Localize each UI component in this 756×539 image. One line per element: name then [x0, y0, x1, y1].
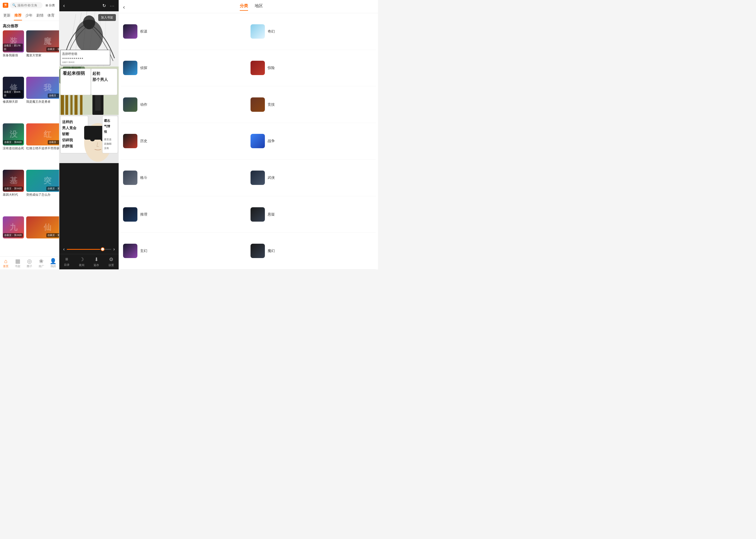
- right-header-tabs: 分类 地区: [129, 3, 374, 11]
- manga-grid: 装 连载至：第178回 装备我最强 魔 连载至：第412回 魔皇大管家 修 连载…: [0, 30, 59, 257]
- manga-card-8[interactable]: 突 连载至：第131回 突然成仙了怎么办: [26, 170, 59, 214]
- manga-thumb-6: 红 连载至：第95回: [26, 123, 59, 145]
- reader-more-button[interactable]: ···: [110, 4, 115, 8]
- tab-drama[interactable]: 剧情: [36, 12, 44, 21]
- manga-thumb-4: 我 连载至：第37回: [26, 77, 59, 99]
- category-item-mohuan[interactable]: 魔幻: [248, 233, 376, 270]
- bottom-nav: ⌂ 首页 ▦ 书架 ◎ 圈子 ❀ 推广 👤 我的: [0, 257, 59, 270]
- manga-card-3[interactable]: 修 连载至：第605回 修真聊天群: [3, 77, 24, 121]
- reader-page-1: 吾辞呼世萌 ★★★★★★★★★★★ 连载中·第89回 加入书架: [59, 11, 119, 66]
- tab-region[interactable]: 地区: [255, 3, 263, 11]
- toc-icon: ≡: [65, 257, 68, 262]
- manga-card-7[interactable]: 基 连载至：第59回 基因大时代: [3, 170, 24, 214]
- reader-back-button[interactable]: ‹: [63, 3, 65, 9]
- manga-card-5[interactable]: 没 连载至：第89回 没有道侣就会死: [3, 123, 24, 168]
- svg-text:气憎: 气憎: [104, 124, 110, 128]
- classify-button[interactable]: ⊞ 分类: [44, 3, 56, 8]
- category-thumb-jingji: [250, 98, 265, 112]
- manga-title-6: 红骑士绝不追求不劳而获的金钱: [26, 146, 59, 150]
- category-grid: 权谋 奇幻 侦探 惊险 动作 竞技 历史 战争: [119, 13, 378, 270]
- svg-point-8: [83, 16, 95, 29]
- reader-refresh-button[interactable]: ↻: [103, 3, 106, 8]
- tab-category[interactable]: 分类: [240, 3, 248, 11]
- svg-text:设施都: 设施都: [104, 142, 111, 145]
- manga-badge-7: 连载至：第59回: [3, 187, 23, 191]
- category-item-gedou[interactable]: 格斗: [121, 160, 248, 196]
- category-item-jingxian[interactable]: 惊险: [248, 50, 376, 87]
- manga-badge-9: 连载至：第26回: [3, 233, 23, 237]
- manga-title-7: 基因大时代: [3, 193, 24, 197]
- category-item-lishi[interactable]: 历史: [121, 123, 248, 160]
- manga-title-4: 我是魔王亦是勇者: [26, 100, 59, 104]
- bottom-nav-promote[interactable]: ❀ 推广: [35, 258, 47, 268]
- manga-badge-6: 连载至：第95回: [48, 140, 59, 144]
- search-bar[interactable]: 🔍: [10, 2, 42, 8]
- manga-badge-10: 连载至：第132回: [46, 233, 59, 237]
- tab-sports[interactable]: 体育: [47, 12, 55, 21]
- bottom-nav-home[interactable]: ⌂ 首页: [0, 258, 12, 268]
- reader-prev-page-button[interactable]: ‹: [63, 247, 65, 252]
- category-label-qihuan: 奇幻: [268, 29, 275, 34]
- settings-icon: ⚙: [109, 257, 113, 263]
- reader-settings-button[interactable]: ⚙ 设置: [104, 257, 119, 267]
- tab-update[interactable]: 更新: [3, 12, 11, 21]
- manga-badge-8: 连载至：第131回: [46, 187, 59, 191]
- progress-track[interactable]: [67, 249, 111, 250]
- download-icon: ⬇: [94, 257, 99, 263]
- bottom-nav-bookshelf[interactable]: ▦ 书架: [12, 258, 24, 268]
- category-item-xuanhuan[interactable]: 玄幻: [121, 233, 248, 270]
- category-item-xuanyi[interactable]: 悬疑: [248, 196, 376, 233]
- category-thumb-qihuan: [250, 24, 265, 38]
- manga-thumb-1: 装 连载至：第178回: [3, 30, 24, 52]
- bottom-nav-mine[interactable]: 👤 我的: [47, 258, 59, 268]
- category-item-quanmou[interactable]: 权谋: [121, 13, 248, 50]
- reader-next-page-button[interactable]: ›: [113, 247, 115, 252]
- manga-card-4[interactable]: 我 连载至：第37回 我是魔王亦是勇者: [26, 77, 59, 121]
- tab-shonen[interactable]: 少年: [25, 12, 33, 21]
- manga-card-9[interactable]: 九 连载至：第26回: [3, 216, 24, 257]
- right-back-button[interactable]: ‹: [123, 4, 125, 10]
- category-item-jingji[interactable]: 竞技: [248, 86, 376, 123]
- bookshelf-icon: ▦: [15, 258, 21, 264]
- category-label-mohuan: 魔幻: [268, 248, 275, 253]
- reader-toc-button[interactable]: ≡ 目录: [59, 257, 74, 267]
- svg-point-44: [90, 138, 95, 141]
- bottom-nav-circle[interactable]: ◎ 圈子: [24, 258, 35, 268]
- manga-title-1: 装备我最强: [3, 53, 24, 57]
- reader-panel: ‹ ↻ ···: [59, 0, 119, 270]
- progress-handle[interactable]: [101, 247, 104, 251]
- svg-text:吾辞呼世萌: 吾辞呼世萌: [62, 52, 77, 55]
- manga-card-6[interactable]: 红 连载至：第95回 红骑士绝不追求不劳而获的金钱: [26, 123, 59, 168]
- manga-thumb-9: 九 连载至：第26回: [3, 216, 24, 238]
- category-label-gedou: 格斗: [140, 175, 147, 180]
- category-label-xuanhuan: 玄幻: [140, 248, 147, 253]
- tab-recommend[interactable]: 推荐: [14, 12, 22, 21]
- category-thumb-zhanzheng: [250, 134, 265, 148]
- category-thumb-lishi: [123, 134, 137, 148]
- tab-daily[interactable]: 日常: [58, 12, 59, 21]
- reader-progress-bar[interactable]: ‹ ›: [59, 245, 119, 254]
- category-label-jingxian: 惊险: [268, 65, 275, 70]
- category-thumb-jingxian: [250, 61, 265, 75]
- svg-text:连载中·第89回: 连载中·第89回: [62, 61, 75, 63]
- mine-icon: 👤: [50, 258, 57, 264]
- add-bookshelf-button[interactable]: 加入书架: [98, 14, 116, 21]
- category-item-tuili[interactable]: 推理: [121, 196, 248, 233]
- manga-thumb-8: 突 连载至：第131回: [26, 170, 59, 192]
- category-item-qihuan[interactable]: 奇幻: [248, 13, 376, 50]
- svg-text:的脖颈: 的脖颈: [62, 144, 73, 148]
- manga-card-1[interactable]: 装 连载至：第178回 装备我最强: [3, 30, 24, 75]
- svg-text:没有: 没有: [104, 147, 109, 150]
- category-item-wuxia[interactable]: 武侠: [248, 160, 376, 196]
- category-item-zhanzheng[interactable]: 战争: [248, 123, 376, 160]
- reader-pages[interactable]: 吾辞呼世萌 ★★★★★★★★★★★ 连载中·第89回 加入书架: [59, 11, 119, 245]
- reader-download-button[interactable]: ⬇ 返存: [89, 257, 104, 267]
- category-item-dongzuo[interactable]: 动作: [121, 86, 248, 123]
- category-item-zhentian[interactable]: 侦探: [121, 50, 248, 87]
- manga-card-10[interactable]: 仙 连载至：第132回: [26, 216, 59, 257]
- reader-night-button[interactable]: ☽ 夜间: [74, 257, 89, 267]
- manga-card-2[interactable]: 魔 连载至：第412回 魔皇大管家: [26, 30, 59, 75]
- category-thumb-gedou: [123, 171, 137, 185]
- right-panel: ‹ 分类 地区 权谋 奇幻 侦探 惊险 动作: [119, 0, 378, 270]
- search-input[interactable]: [17, 4, 40, 7]
